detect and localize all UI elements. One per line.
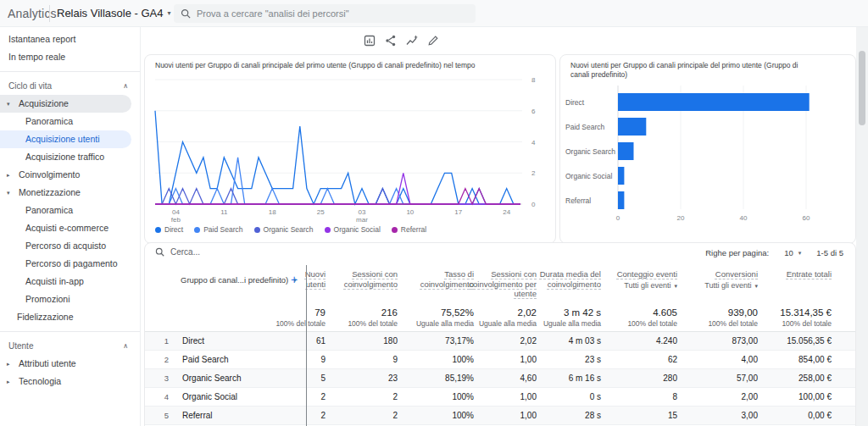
sidebar-section-ciclo-di-vita[interactable]: Ciclo di vita∧ [0, 77, 140, 95]
sidebar-item-label: Istantanea report [8, 34, 75, 44]
filter-label: Tutti gli eventi [704, 281, 751, 290]
sidebar-item-label: Acquisti e-commerce [25, 223, 108, 233]
x-axis-sublabel: feb [171, 216, 181, 224]
column-header-tasso-di-coinvolgimento[interactable]: Tasso di coinvolgimento [402, 269, 474, 289]
report-area: Nuovi utenti per Gruppo di canali princi… [141, 27, 856, 426]
total-entrate-totali: 15.314,35 €100% del totale [780, 307, 832, 328]
sidebar-item-promozioni[interactable]: Promozioni [0, 290, 140, 308]
row-number: 2 [159, 355, 169, 364]
channel-name: Direct [182, 336, 204, 346]
legend-item-organic-social[interactable]: Organic Social [325, 225, 381, 234]
column-header-entrate-totali[interactable]: Entrate totali [779, 269, 832, 279]
sidebar-item-acquisizione-utenti[interactable]: Acquisizione utenti [0, 130, 131, 148]
cell-engaged_per_user: 2,02 [520, 336, 537, 346]
legend-label: Referral [401, 225, 426, 234]
sidebar-item-acquisizione[interactable]: ▾Acquisizione [0, 95, 131, 113]
sidebar-item-percorso-di-pagamento[interactable]: Percorso di pagamento [0, 255, 140, 273]
sidebar-item-coinvolgimento[interactable]: ▸Coinvolgimento [0, 166, 140, 184]
scrollbar[interactable] [856, 27, 868, 426]
legend-dot [392, 227, 398, 233]
scrollbar-thumb[interactable] [859, 51, 865, 125]
sidebar-item-acquisizione-traffico[interactable]: Acquisizione traffico [0, 148, 140, 166]
column-filter[interactable]: Tutti gli eventi▾ [663, 281, 758, 291]
sidebar-section-utente[interactable]: Utente∧ [0, 337, 140, 355]
legend-item-direct[interactable]: Direct [155, 225, 183, 234]
cell-engaged_sessions: 9 [392, 355, 398, 364]
total-conversioni: 939,00100% del totale [708, 307, 758, 328]
x-axis-label: 25 [317, 208, 325, 216]
column-label: Conversioni [715, 269, 758, 279]
legend-item-referral[interactable]: Referral [392, 225, 426, 234]
insights-icon[interactable] [405, 34, 419, 47]
legend-label: Organic Social [334, 225, 381, 234]
total-subtext: 100% del totale [348, 319, 398, 328]
total-value: 79 [275, 307, 326, 318]
legend-item-organic-search[interactable]: Organic Search [254, 225, 314, 234]
cell-conversions: 57,00 [737, 373, 758, 383]
line-chart-title: Nuovi utenti per Gruppo di canali princi… [145, 55, 555, 70]
total-subtext: 100% del totale [780, 319, 832, 328]
chevron-down-icon: ▾ [798, 250, 802, 257]
x-axis-label: 24 [503, 208, 510, 216]
legend-dot [155, 227, 161, 233]
total-value: 15.314,35 € [780, 307, 832, 318]
sidebar-item-label: Panoramica [25, 116, 73, 126]
cell-new_users: 5 [320, 373, 326, 383]
table-search-input[interactable] [170, 247, 272, 257]
total-value: 216 [348, 307, 398, 318]
sidebar-item-tecnologia[interactable]: ▸Tecnologia [0, 373, 140, 390]
sidebar-item-acquisti-e-commerce[interactable]: Acquisti e-commerce [0, 219, 140, 237]
table-pagination-controls: Righe per pagina: 10 ▾ 1-5 di 5 [705, 248, 843, 257]
property-selector[interactable]: Relais Villasole - GA4 ▾ [57, 7, 171, 19]
column-header-conversioni[interactable]: ConversioniTutti gli eventi▾ [663, 269, 758, 290]
sidebar-item-istantanea-report[interactable]: Istantanea report [0, 30, 140, 48]
sidebar-item-panoramica[interactable]: Panoramica [0, 202, 140, 219]
sidebar-item-percorso-di-acquisto[interactable]: Percorso di acquisto [0, 237, 140, 255]
table-search[interactable] [155, 247, 272, 257]
total-subtext: 100% del totale [275, 319, 326, 328]
column-header-sessioni-con-coinvolgimento[interactable]: Sessioni con coinvolgimento [326, 269, 398, 289]
global-search-input[interactable] [197, 8, 469, 19]
legend-dot [194, 227, 200, 233]
cell-avg_duration: 6 m 16 s [569, 373, 601, 383]
customize-report-icon[interactable] [363, 34, 376, 47]
sidebar-item-fidelizzazione[interactable]: Fidelizzazione [0, 308, 140, 326]
edit-icon[interactable] [426, 34, 440, 47]
legend-item-paid-search[interactable]: Paid Search [194, 225, 242, 234]
total-value: 2,02 [479, 307, 537, 318]
sidebar-item-panoramica[interactable]: Panoramica [0, 113, 140, 130]
sidebar-item-label: Panoramica [25, 205, 73, 215]
line-series-paid-search [155, 158, 520, 204]
sidebar-divider [0, 71, 140, 72]
sidebar-item-label: Attributi utente [19, 358, 76, 368]
bar-category-label: Organic Social [565, 172, 612, 180]
sidebar-item-attributi-utente[interactable]: ▸Attributi utente [0, 355, 140, 373]
cell-new_users: 2 [320, 411, 326, 420]
y-axis-label: 0 [531, 201, 536, 208]
rows-per-page-select[interactable]: 10 ▾ [784, 248, 801, 257]
sidebar-item-label: Promozioni [25, 294, 70, 304]
total-nuovi-utenti: 79100% del totale [275, 307, 326, 328]
topbar: Analytics Relais Villasole - GA4 ▾ [0, 0, 868, 27]
share-icon[interactable] [384, 34, 398, 47]
column-header-sessioni-con-coinvolgimento-per-utente[interactable]: Sessioni con coinvolgimento per utente [469, 269, 537, 299]
bar-chart-card: Nuovi utenti per Gruppo di canali princi… [559, 54, 856, 244]
total-tasso-di-coinvolgimento: 75,52%Uguale alla media [416, 307, 474, 328]
cell-event_count: 62 [668, 355, 677, 364]
chevron-down-icon: ▾ [7, 184, 10, 202]
sidebar-item-acquisti-in-app[interactable]: Acquisti in-app [0, 273, 140, 290]
pagination-range: 1-5 di 5 [816, 248, 843, 257]
column-header-nuovi-utenti[interactable]: Nuovi utenti [285, 269, 326, 289]
sidebar-item-monetizzazione[interactable]: ▾Monetizzazione [0, 184, 140, 202]
channel-name: Organic Search [182, 373, 241, 383]
cell-conversions: 873,00 [732, 336, 758, 346]
sidebar-item-in-tempo-reale[interactable]: In tempo reale [0, 48, 140, 66]
table-row-organic-social: 4Organic Social22100%1,000 s82,00100,00 … [145, 388, 855, 407]
global-search[interactable] [174, 4, 476, 23]
cell-revenue: 258,00 € [798, 373, 832, 383]
bar-chart-title: Nuovi utenti per Gruppo di canali princi… [560, 55, 815, 80]
dimension-selector[interactable]: Gruppo di canal...i predefinito) ▾ [181, 275, 297, 285]
row-number: 4 [159, 392, 169, 401]
sidebar-item-label: Percorso di pagamento [25, 258, 118, 268]
cell-revenue: 15.056,35 € [787, 336, 832, 346]
